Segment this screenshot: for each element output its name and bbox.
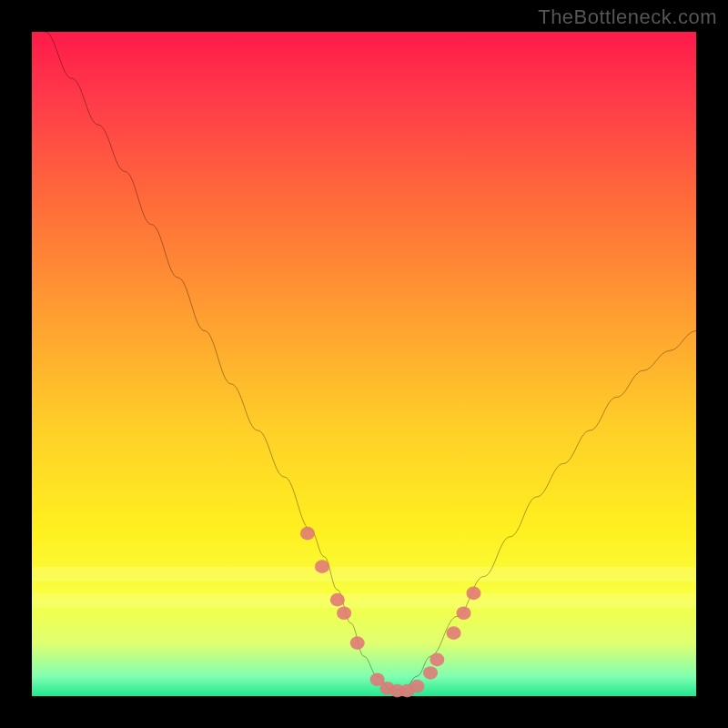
data-markers	[300, 527, 481, 698]
data-point	[300, 527, 315, 541]
data-point	[447, 626, 461, 640]
chart-svg	[32, 32, 696, 696]
data-point	[350, 636, 365, 650]
watermark-text: TheBottleneck.com	[538, 5, 717, 29]
data-point	[410, 680, 424, 693]
data-point	[315, 560, 329, 573]
plot-area	[32, 32, 696, 696]
data-point	[430, 653, 444, 667]
data-point	[330, 593, 345, 607]
data-point	[423, 666, 438, 680]
data-point	[456, 606, 470, 620]
bottleneck-curve	[46, 32, 696, 690]
data-point	[466, 587, 480, 601]
data-point	[337, 606, 351, 620]
